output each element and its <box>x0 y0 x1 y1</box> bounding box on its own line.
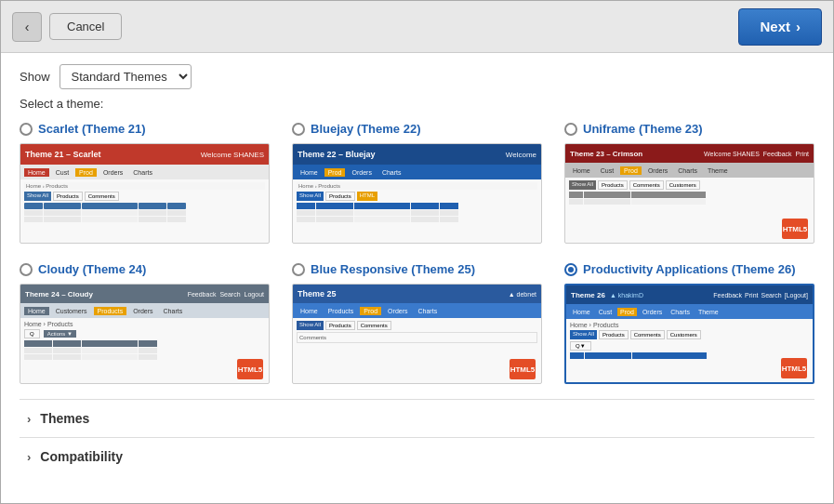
theme23-name: Uniframe (Theme 23) <box>583 122 703 136</box>
html5-badge-25: HTML5 <box>510 359 536 379</box>
theme26-header: Productivity Applications (Theme 26) <box>564 262 814 276</box>
theme-option-22: Bluejay (Theme 22) Theme 22 – Bluejay We… <box>292 122 542 244</box>
html5-badge-24: HTML5 <box>237 359 263 379</box>
show-row: Show Standard Themes <box>20 64 814 89</box>
compatibility-section[interactable]: › Compatibility <box>20 437 814 475</box>
theme24-preview: Theme 24 – Cloudy Feedback Search Logout… <box>20 284 270 384</box>
theme23-preview: Theme 23 – Crimson Welcome SHANES Feedba… <box>564 143 814 244</box>
cancel-button[interactable]: Cancel <box>49 13 122 40</box>
compatibility-section-header[interactable]: › Compatibility <box>20 438 814 475</box>
header-left: ‹ Cancel <box>12 12 122 42</box>
theme24-radio[interactable] <box>20 263 33 276</box>
theme-option-24: Cloudy (Theme 24) Theme 24 – Cloudy Feed… <box>20 262 270 384</box>
next-label: Next <box>760 19 790 34</box>
html5-badge-26: HTML5 <box>781 358 807 378</box>
theme21-preview: Theme 21 – Scarlet Welcome SHANES Home C… <box>20 143 270 244</box>
theme-option-23: Uniframe (Theme 23) Theme 23 – Crimson W… <box>564 122 814 244</box>
theme25-preview: Theme 25 ▲ debnet Home Products Prod Ord… <box>292 284 542 384</box>
header-bar: ‹ Cancel Next › <box>1 1 833 53</box>
theme25-header: Blue Responsive (Theme 25) <box>292 262 542 276</box>
theme22-preview: Theme 22 – Bluejay Welcome Home Prod Ord… <box>292 143 542 244</box>
theme-option-25: Blue Responsive (Theme 25) Theme 25 ▲ de… <box>292 262 542 384</box>
theme26-radio[interactable] <box>564 263 577 276</box>
select-theme-label: Select a theme: <box>20 97 814 111</box>
themes-section[interactable]: › Themes <box>20 399 814 437</box>
theme22-name: Bluejay (Theme 22) <box>311 122 421 136</box>
compatibility-chevron-icon: › <box>27 450 31 464</box>
next-button[interactable]: Next › <box>738 8 822 46</box>
html5-badge-23: HTML5 <box>782 219 808 239</box>
theme-grid: Scarlet (Theme 21) Theme 21 – Scarlet We… <box>20 122 814 384</box>
content-area: Show Standard Themes Select a theme: Sca… <box>1 53 833 503</box>
themes-chevron-icon: › <box>27 412 31 426</box>
theme22-header: Bluejay (Theme 22) <box>292 122 542 136</box>
theme21-radio[interactable] <box>20 123 33 136</box>
back-icon: ‹ <box>25 20 30 34</box>
theme26-preview: Theme 26 ▲ khakimD Feedback Print Search… <box>564 284 814 384</box>
theme26-name: Productivity Applications (Theme 26) <box>583 262 796 276</box>
theme23-radio[interactable] <box>564 123 577 136</box>
themes-section-label: Themes <box>40 411 89 426</box>
theme24-name: Cloudy (Theme 24) <box>38 262 146 276</box>
theme25-radio[interactable] <box>292 263 305 276</box>
theme22-radio[interactable] <box>292 123 305 136</box>
theme-dropdown[interactable]: Standard Themes <box>60 64 192 89</box>
theme23-header: Uniframe (Theme 23) <box>564 122 814 136</box>
theme-option-21: Scarlet (Theme 21) Theme 21 – Scarlet We… <box>20 122 270 244</box>
main-container: ‹ Cancel Next › Show Standard Themes Sel… <box>0 0 834 504</box>
show-label: Show <box>20 70 50 84</box>
back-button[interactable]: ‹ <box>12 12 42 42</box>
theme21-name: Scarlet (Theme 21) <box>38 122 146 136</box>
next-arrow-icon: › <box>796 19 801 34</box>
themes-section-header[interactable]: › Themes <box>20 400 814 437</box>
theme21-header: Scarlet (Theme 21) <box>20 122 270 136</box>
compatibility-section-label: Compatibility <box>40 449 123 464</box>
theme24-header: Cloudy (Theme 24) <box>20 262 270 276</box>
theme25-name: Blue Responsive (Theme 25) <box>311 262 475 276</box>
theme-option-26: Productivity Applications (Theme 26) The… <box>564 262 814 384</box>
